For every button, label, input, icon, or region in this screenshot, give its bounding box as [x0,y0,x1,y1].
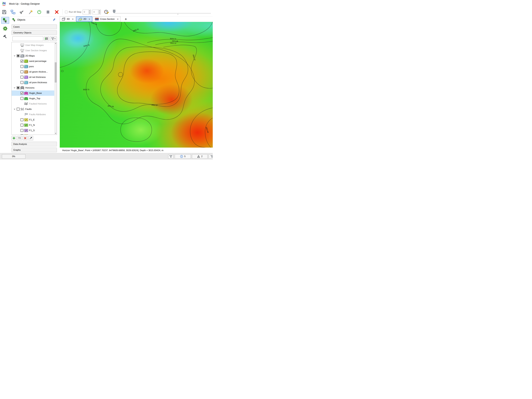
tree-item-user-map-images[interactable]: IMGUser Map Images [12,43,54,48]
notifications-button[interactable]: 5 [175,154,191,159]
list-lines-icon [45,37,48,40]
tree-item-oil-geom-thickne-[interactable]: oil geom thickne... [12,69,54,75]
add-object-button[interactable] [12,136,16,140]
item-checkbox[interactable] [16,108,20,111]
item-checkbox[interactable] [20,124,24,126]
item-checkbox[interactable] [20,65,24,68]
stop-button[interactable] [54,9,60,15]
delete-object-button[interactable] [23,136,28,140]
measure-tool-button[interactable]: 2 [192,154,208,159]
geometry-objects-section-button[interactable]: Geometry Objects [12,30,57,35]
schedule-clock-button[interactable] [103,9,109,15]
tree-item-faulted-horizons[interactable]: Faulted Horizons [12,101,54,106]
chevron-down-icon: ▾ [55,38,55,40]
item-checkbox[interactable] [20,97,24,100]
spin-up-button[interactable] [98,10,101,12]
main-toolbar: Run till Step 0 0 [0,8,213,16]
tree-item-f1-e[interactable]: F1_E [12,117,54,122]
graphs-section-button[interactable]: Graphs [12,148,57,152]
new-tab-button[interactable]: + [124,16,128,22]
tab-3d[interactable]: 3D × [60,16,76,22]
pause-button[interactable] [45,9,51,15]
item-checkbox[interactable] [16,54,20,57]
spin-up-button[interactable] [89,10,91,12]
rail-objects-button[interactable] [1,17,9,24]
spin-down-button[interactable] [98,12,101,14]
tree-item-hugin-base[interactable]: Hugin_Base [12,90,54,96]
tree-scrollbar[interactable] [54,42,57,135]
tree-item-f1-n[interactable]: F1_N [12,122,54,128]
tree-item-horizons[interactable]: Horizons [12,85,54,90]
pin-panel-button[interactable] [52,18,56,22]
scroll-down-button[interactable] [55,132,57,135]
expander-chevron-icon[interactable] [13,108,16,110]
tree-item-faults[interactable]: Faults [12,106,54,112]
item-checkbox[interactable] [20,118,24,121]
item-checkbox[interactable] [20,81,24,84]
substep-spinbox[interactable]: 0 [92,10,101,14]
tree-item-2d-maps[interactable]: 2D-Maps [12,53,54,58]
scrollbar-thumb[interactable] [55,62,57,82]
item-checkbox[interactable] [20,76,24,79]
tree-filter-button[interactable]: ▾ [50,36,57,41]
slider-track[interactable] [115,13,211,13]
notifications-count: 5 [184,155,185,158]
save-button[interactable] [1,9,7,15]
expander-chevron-icon[interactable] [13,55,16,57]
expander-chevron-icon[interactable] [13,87,16,89]
substep-spinbox-value[interactable]: 0 [92,10,98,14]
item-checkbox[interactable] [20,134,24,135]
spin-down-button[interactable] [89,12,91,14]
list-view-button[interactable] [44,36,49,41]
scrollbar-track[interactable] [55,44,57,132]
item-checkbox[interactable] [16,86,20,89]
contour-label: 2971.05 [108,105,114,108]
close-tab-icon[interactable]: × [117,18,118,21]
run-till-step-checkbox[interactable] [65,11,68,13]
object-settings-button[interactable] [28,136,33,140]
item-checkbox[interactable] [20,129,24,132]
tree-item-f1-s[interactable]: F1_S [12,128,54,133]
cut-button[interactable] [19,9,25,15]
item-checkbox[interactable] [20,92,24,94]
left-rail [0,16,10,153]
img-box-icon: IMG [20,44,25,47]
slider-handle[interactable] [113,10,115,14]
statusbar-filter-button[interactable] [168,154,173,159]
step-spinbox[interactable]: 0 [82,10,91,14]
toolbar-separator [62,9,63,15]
item-checkbox[interactable] [20,60,24,62]
scroll-up-button[interactable] [55,42,57,44]
svg-text:IMG: IMG [21,46,24,47]
rail-tools-button[interactable] [1,33,9,40]
funnel-icon [210,155,213,158]
map-view[interactable]: 3065.413205.763065.413029.732971.052912.… [60,22,213,148]
tab-cross-section[interactable]: Cross-Section × [93,16,120,22]
workflow-copy-button[interactable] [10,9,16,15]
tree-item-poro[interactable]: poro [12,64,54,69]
tree-item-sand-percentage[interactable]: sand percentage [12,58,54,64]
app-logo-icon: i N [2,1,7,6]
cases-section-button[interactable]: Cases [12,25,57,29]
step-spinbox-value[interactable]: 0 [83,10,88,14]
item-checkbox[interactable] [20,70,24,73]
timeline-slider[interactable] [113,9,211,15]
tab-2d[interactable]: 2D × [76,16,92,22]
tree-item-oil-pore-thickness[interactable]: oil pore thickness [12,80,54,85]
data-analysis-section-button[interactable]: Data Analysis [12,142,57,146]
search-input[interactable] [13,37,43,41]
magic-wand-button[interactable] [27,9,34,15]
run-button[interactable] [36,9,42,15]
close-tab-icon[interactable]: × [89,18,90,21]
tree-item-oil-net-thickness[interactable]: oil net thickness [12,75,54,80]
tree-item-label: Horizons [25,87,34,89]
clipped-button[interactable] [209,154,213,159]
tree-item-user-section-images[interactable]: IMGUser Section Images [12,48,54,53]
rename-object-button[interactable]: TI [17,136,22,140]
tree-item-hugin-top[interactable]: Hugin_Top [12,96,54,101]
logo-right-glyph: N [3,1,6,5]
tree-item-faults-attributes[interactable]: Faults Attributes [12,112,54,117]
close-tab-icon[interactable]: × [72,18,74,21]
tree-item-f1-w-b[interactable]: F1_W_B [12,133,54,135]
rail-settings-button[interactable] [1,25,9,32]
